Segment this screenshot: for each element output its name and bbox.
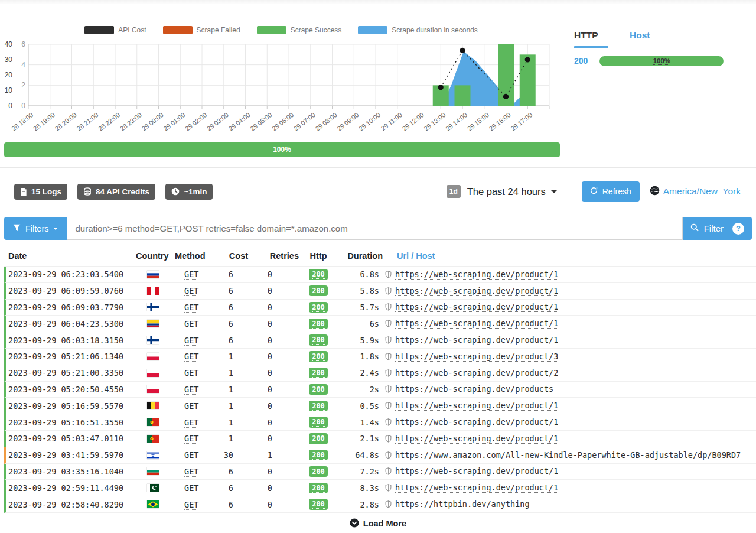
http-status-badge[interactable]: 200 — [300, 384, 337, 395]
url-cell[interactable]: https://www.amazon.com/All-new-Kindle-Pa… — [384, 450, 756, 460]
http-status-badge[interactable]: 200 — [300, 417, 337, 428]
filters-dropdown-button[interactable]: Filters — [4, 217, 67, 240]
help-icon[interactable]: ? — [732, 223, 744, 235]
log-table-row[interactable]: 2023-09-29 02:59:11.4490GET602008.3shttp… — [4, 480, 756, 496]
url-cell[interactable]: https://web-scraping.dev/product/1 — [384, 286, 756, 296]
http-status-badge[interactable]: 200 — [300, 351, 337, 362]
log-table-row[interactable]: 2023-09-29 05:21:00.3350GET102002.4shttp… — [4, 365, 756, 382]
duration-value: 1.4s — [337, 418, 384, 427]
method-link[interactable]: GET — [175, 286, 219, 295]
timezone-control: America/New_York — [650, 186, 741, 198]
status-code-link[interactable]: 200 — [574, 56, 588, 66]
log-table-row[interactable]: 2023-09-29 05:03:47.0110GET102002.1shttp… — [4, 431, 756, 447]
legend-item-api-cost[interactable]: API Cost — [84, 25, 146, 35]
url-link[interactable]: https://web-scraping.dev/product/1 — [395, 269, 558, 280]
url-cell[interactable]: https://web-scraping.dev/product/1 — [384, 269, 756, 280]
url-link[interactable]: https://web-scraping.dev/product/1 — [395, 335, 558, 345]
method-link[interactable]: GET — [175, 303, 219, 312]
time-range-dropdown[interactable]: The past 24 hours — [467, 186, 557, 197]
url-link[interactable]: https://web-scraping.dev/product/1 — [395, 417, 558, 427]
method-link[interactable]: GET — [175, 319, 219, 329]
refresh-icon — [590, 187, 598, 196]
http-status-badge[interactable]: 200 — [300, 334, 337, 346]
legend-item-scrape-success[interactable]: Scrape Success — [257, 25, 342, 35]
http-status-badge[interactable]: 200 — [300, 368, 337, 379]
url-link[interactable]: https://web-scraping.dev/product/3 — [395, 352, 558, 362]
log-table-row[interactable]: 2023-09-29 06:09:03.7790GET602005.7shttp… — [4, 300, 756, 316]
method-link[interactable]: GET — [175, 368, 219, 378]
url-link[interactable]: https://web-scraping.dev/product/1 — [395, 466, 558, 476]
url-cell[interactable]: https://web-scraping.dev/product/1 — [384, 483, 756, 493]
url-link[interactable]: https://web-scraping.dev/product/1 — [395, 318, 558, 329]
method-link[interactable]: GET — [175, 418, 219, 427]
filter-submit-button[interactable]: Filter ? — [683, 217, 752, 240]
http-status-badge[interactable]: 200 — [300, 483, 337, 494]
url-cell[interactable]: https://web-scraping.dev/product/3 — [384, 352, 756, 362]
log-table-row[interactable]: 2023-09-29 05:16:51.3550GET102001.4shttp… — [4, 414, 756, 431]
legend-item-scrape-duration-in-seconds[interactable]: Scrape duration in seconds — [358, 25, 477, 35]
url-link[interactable]: https://web-scraping.dev/product/1 — [395, 483, 558, 493]
log-table-row[interactable]: 2023-09-29 02:58:40.8290GET602002.8shttp… — [4, 496, 756, 513]
url-cell[interactable]: https://web-scraping.dev/product/1 — [384, 417, 756, 427]
http-status-badge[interactable]: 200 — [300, 433, 337, 444]
http-status-badge[interactable]: 200 — [300, 466, 337, 477]
method-link[interactable]: GET — [175, 483, 219, 493]
method-link[interactable]: GET — [175, 269, 219, 279]
tab-host[interactable]: Host — [630, 30, 650, 48]
legend-item-scrape-failed[interactable]: Scrape Failed — [163, 25, 240, 35]
log-table-row[interactable]: 2023-09-29 03:35:16.1040GET602007.2shttp… — [4, 464, 756, 480]
tab-http[interactable]: HTTP — [574, 30, 608, 48]
url-link[interactable]: https://web-scraping.dev/product/2 — [395, 368, 558, 378]
http-status-badge[interactable]: 200 — [300, 318, 337, 330]
log-table-row[interactable]: 2023-09-29 05:20:50.4550GET102002shttps:… — [4, 382, 756, 398]
method-link[interactable]: GET — [175, 336, 219, 345]
url-cell[interactable]: https://web-scraping.dev/product/1 — [384, 302, 756, 312]
method-link[interactable]: GET — [175, 467, 219, 476]
http-status-badge[interactable]: 200 — [300, 269, 337, 280]
filter-query-input[interactable] — [67, 217, 682, 240]
duration-value: 5.9s — [337, 336, 384, 345]
method-link[interactable]: GET — [175, 352, 219, 361]
svg-text:28 23:00: 28 23:00 — [119, 111, 143, 132]
load-more-button[interactable]: Load More — [0, 513, 756, 533]
url-link[interactable]: https://www.amazon.com/All-new-Kindle-Pa… — [395, 450, 741, 460]
method-link[interactable]: GET — [175, 500, 219, 509]
timezone-link[interactable]: America/New_York — [663, 186, 741, 197]
shield-icon — [385, 303, 392, 311]
http-status-badge[interactable]: 200 — [300, 302, 337, 313]
log-table-row[interactable]: 2023-09-29 06:03:18.3150GET602005.9shttp… — [4, 332, 756, 349]
log-table-row[interactable]: 2023-09-29 06:04:23.5300GET602006shttps:… — [4, 316, 756, 332]
column-header-url-host[interactable]: Url / Host — [384, 251, 756, 261]
http-status-badge[interactable]: 200 — [300, 499, 337, 510]
url-link[interactable]: https://web-scraping.dev/product/1 — [395, 286, 558, 296]
url-link[interactable]: https://httpbin.dev/anything — [395, 499, 530, 509]
url-cell[interactable]: https://web-scraping.dev/product/1 — [384, 335, 756, 345]
svg-text:29 12:00: 29 12:00 — [401, 111, 425, 132]
url-link[interactable]: https://web-scraping.dev/product/1 — [395, 302, 558, 312]
log-table-row[interactable]: 2023-09-29 05:21:06.1340GET102001.8shttp… — [4, 349, 756, 365]
url-cell[interactable]: https://web-scraping.dev/product/1 — [384, 318, 756, 329]
log-table-row[interactable]: 2023-09-29 06:23:03.5400GET602006.8shttp… — [4, 266, 756, 283]
retries-value: 0 — [249, 303, 300, 312]
refresh-button[interactable]: Refresh — [582, 181, 640, 202]
method-link[interactable]: GET — [175, 434, 219, 443]
log-table-row[interactable]: 2023-09-29 06:09:59.0760GET602005.8shttp… — [4, 283, 756, 300]
url-cell[interactable]: https://web-scraping.dev/product/1 — [384, 434, 756, 444]
url-cell[interactable]: https://web-scraping.dev/product/2 — [384, 368, 756, 378]
url-cell[interactable]: https://web-scraping.dev/product/1 — [384, 466, 756, 476]
http-status-badge[interactable]: 200 — [300, 285, 337, 297]
log-table-row[interactable]: 2023-09-29 03:41:59.5970GET30120064.8sht… — [4, 447, 756, 464]
http-status-badge[interactable]: 200 — [300, 401, 337, 412]
url-link[interactable]: https://web-scraping.dev/product/1 — [395, 401, 558, 411]
log-table-row[interactable]: 2023-09-29 05:16:59.5570GET102000.5shttp… — [4, 398, 756, 414]
method-link[interactable]: GET — [175, 450, 219, 460]
url-link[interactable]: https://web-scraping.dev/product/1 — [395, 434, 558, 444]
url-cell[interactable]: https://httpbin.dev/anything — [384, 499, 756, 509]
http-status-badge[interactable]: 200 — [300, 450, 337, 461]
url-cell[interactable]: https://web-scraping.dev/product/1 — [384, 401, 756, 411]
method-link[interactable]: GET — [175, 385, 219, 394]
url-link[interactable]: https://web-scraping.dev/products — [395, 384, 553, 394]
method-link[interactable]: GET — [175, 401, 219, 411]
url-cell[interactable]: https://web-scraping.dev/products — [384, 384, 756, 394]
log-date: 2023-09-29 05:03:47.0110 — [6, 434, 136, 443]
